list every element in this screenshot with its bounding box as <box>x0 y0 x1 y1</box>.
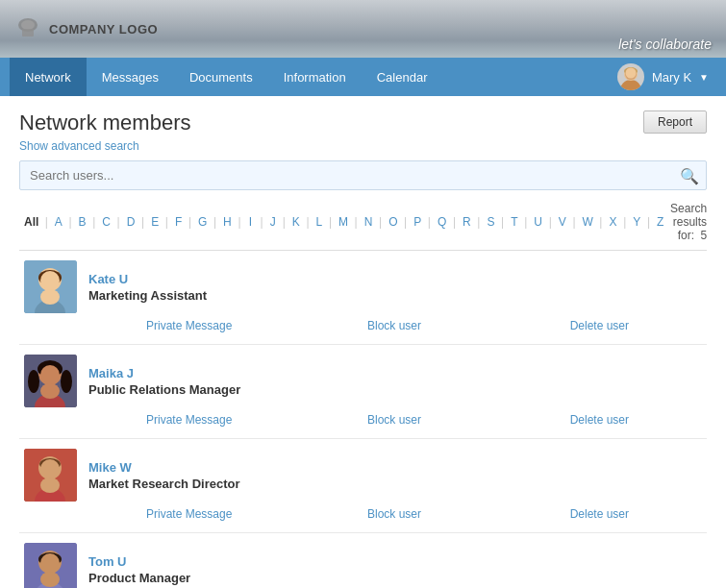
svg-point-25 <box>40 459 60 478</box>
advanced-search-link[interactable]: Show advanced search <box>19 139 707 153</box>
alpha-w[interactable]: W <box>578 213 598 231</box>
alpha-f[interactable]: F <box>170 213 187 231</box>
list-item: Kate U Marketing Assistant Private Messa… <box>19 251 707 345</box>
nav-user-avatar <box>617 63 644 90</box>
search-icon: 🔍 <box>680 167 699 184</box>
private-message-link[interactable]: Private Message <box>87 413 291 427</box>
alpha-m[interactable]: M <box>334 213 353 231</box>
delete-user-link[interactable]: Delete user <box>497 319 702 332</box>
avatar <box>24 543 77 588</box>
alpha-l[interactable]: L <box>312 213 327 231</box>
search-input[interactable] <box>19 160 707 190</box>
page-title: Network members <box>19 110 190 135</box>
page-header: Network members Report <box>19 110 707 135</box>
maika-avatar-img <box>24 355 77 407</box>
svg-point-27 <box>40 478 60 493</box>
svg-point-31 <box>40 553 60 573</box>
delete-user-link[interactable]: Delete user <box>497 413 702 427</box>
alpha-u[interactable]: U <box>529 213 546 231</box>
alpha-n[interactable]: N <box>360 213 377 231</box>
user-actions: Private Message Block user Delete user <box>19 313 707 334</box>
alpha-v[interactable]: V <box>554 213 571 231</box>
alpha-c[interactable]: C <box>97 213 114 231</box>
dropdown-arrow-icon: ▼ <box>699 72 709 83</box>
alpha-k[interactable]: K <box>288 213 305 231</box>
mike-avatar-img <box>24 449 77 502</box>
svg-point-17 <box>40 365 60 384</box>
user-actions: Private Message Block user Delete user <box>19 502 707 523</box>
report-button[interactable]: Report <box>643 110 707 134</box>
delete-user-link[interactable]: Delete user <box>497 507 702 521</box>
alpha-g[interactable]: G <box>193 213 212 231</box>
nav-item-documents[interactable]: Documents <box>174 58 268 96</box>
alpha-t[interactable]: T <box>506 213 522 231</box>
user-name[interactable]: Maika J <box>88 366 702 380</box>
logo-icon <box>14 15 41 42</box>
alpha-filter: All | A | B | C | D | E | F | G | H | I … <box>19 202 707 242</box>
svg-point-33 <box>40 572 60 587</box>
private-message-link[interactable]: Private Message <box>87 507 291 521</box>
alpha-i[interactable]: I <box>243 213 259 231</box>
kate-avatar-img <box>24 260 77 313</box>
alpha-p[interactable]: P <box>409 213 426 231</box>
company-logo-text: COMPANY LOGO <box>49 22 158 37</box>
nav-item-messages[interactable]: Messages <box>87 58 174 96</box>
nav-item-network[interactable]: Network <box>10 58 87 96</box>
alpha-y[interactable]: Y <box>628 213 645 231</box>
alpha-b[interactable]: B <box>74 213 91 231</box>
user-avatar-icon <box>617 63 644 90</box>
avatar <box>24 260 77 313</box>
user-name[interactable]: Tom U <box>88 554 702 569</box>
svg-point-1 <box>21 20 35 30</box>
nav-user-name: Mary K <box>652 70 691 85</box>
alpha-q[interactable]: Q <box>433 213 451 231</box>
search-box-container: 🔍 <box>19 160 707 190</box>
alpha-e[interactable]: E <box>146 213 163 231</box>
alpha-s[interactable]: S <box>482 213 499 231</box>
header-banner: COMPANY LOGO let's collaborate <box>0 0 726 58</box>
main-content: Network members Report Show advanced sea… <box>0 96 726 588</box>
user-info: Kate U Marketing Assistant <box>88 272 702 303</box>
search-button[interactable]: 🔍 <box>680 166 699 184</box>
list-item: Mike W Market Research Director Private … <box>19 439 707 533</box>
nav-user[interactable]: Mary K ▼ <box>610 58 716 96</box>
list-item: Maika J Public Relations Manager Private… <box>19 345 707 439</box>
alpha-o[interactable]: O <box>384 213 402 231</box>
tom-avatar-img <box>24 543 77 588</box>
list-item: Tom U Product Manager Private Message Bl… <box>19 533 707 588</box>
block-user-link[interactable]: Block user <box>291 413 496 427</box>
nav-items: Network Messages Documents Information C… <box>10 58 610 96</box>
navbar: Network Messages Documents Information C… <box>0 58 726 96</box>
user-actions: Private Message Block user Delete user <box>19 407 707 429</box>
alpha-all-button[interactable]: All <box>19 213 43 231</box>
svg-point-19 <box>61 370 72 393</box>
user-row: Mike W Market Research Director <box>19 449 707 502</box>
nav-item-calendar[interactable]: Calendar <box>362 58 443 96</box>
nav-item-information[interactable]: Information <box>268 58 362 96</box>
block-user-link[interactable]: Block user <box>291 507 496 521</box>
company-logo: COMPANY LOGO <box>14 15 158 42</box>
alpha-j[interactable]: J <box>265 213 281 231</box>
user-row: Kate U Marketing Assistant <box>19 260 707 313</box>
svg-point-13 <box>40 289 60 305</box>
svg-point-18 <box>28 370 39 393</box>
private-message-link[interactable]: Private Message <box>87 319 291 332</box>
user-name[interactable]: Mike W <box>88 460 702 475</box>
alpha-z[interactable]: Z <box>652 213 668 231</box>
user-name[interactable]: Kate U <box>88 272 702 286</box>
svg-point-3 <box>620 80 641 90</box>
alpha-d[interactable]: D <box>122 213 139 231</box>
search-results-count: 5 <box>700 229 707 242</box>
svg-point-11 <box>40 271 60 290</box>
alpha-r[interactable]: R <box>458 213 475 231</box>
alpha-a[interactable]: A <box>50 213 67 231</box>
user-job-title: Market Research Director <box>88 477 702 491</box>
alpha-h[interactable]: H <box>218 213 236 231</box>
user-info: Mike W Market Research Director <box>88 460 702 491</box>
alpha-x[interactable]: X <box>604 213 621 231</box>
user-info: Maika J Public Relations Manager <box>88 366 702 397</box>
tagline: let's collaborate <box>618 37 712 52</box>
user-job-title: Marketing Assistant <box>88 288 702 303</box>
svg-point-21 <box>40 383 60 399</box>
block-user-link[interactable]: Block user <box>291 319 496 332</box>
